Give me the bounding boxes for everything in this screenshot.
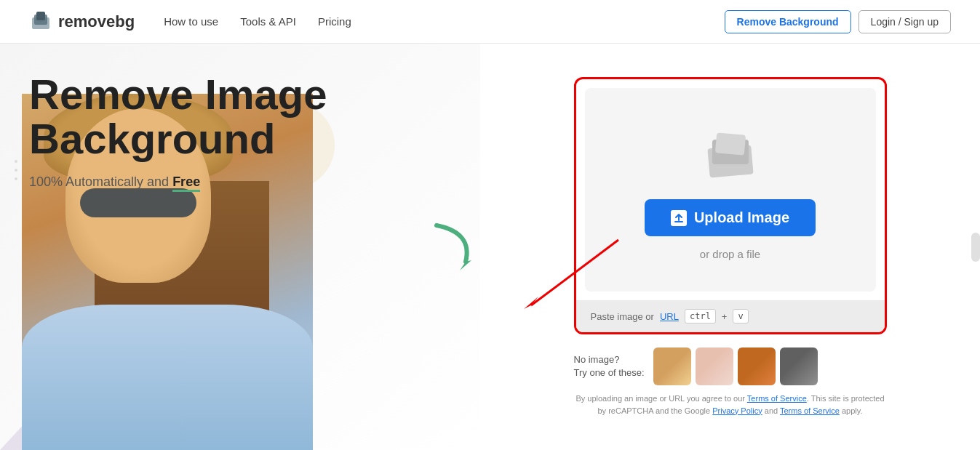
upload-dropzone[interactable]: Upload Image or drop a file bbox=[585, 88, 876, 292]
nav-link-tools-api[interactable]: Tools & API bbox=[240, 15, 296, 28]
scrollbar[interactable] bbox=[971, 233, 980, 262]
sample-thumb-1[interactable] bbox=[653, 347, 691, 385]
right-side: Upload Image or drop a file Paste image … bbox=[480, 44, 980, 450]
privacy-link[interactable]: Privacy Policy bbox=[712, 406, 762, 415]
paste-label: Paste image or bbox=[591, 311, 654, 322]
navbar-right: Remove Background Login / Sign up bbox=[725, 10, 951, 33]
hero-title-line1: Remove Image bbox=[29, 73, 327, 117]
kbd-v: v bbox=[733, 309, 748, 324]
nav-links: How to use Tools & API Pricing bbox=[164, 15, 351, 28]
logo-text: removebg bbox=[58, 12, 135, 31]
kbd-ctrl: ctrl bbox=[685, 309, 716, 324]
layers-icon bbox=[701, 134, 760, 177]
drop-file-label: or drop a file bbox=[700, 248, 760, 260]
tos2-link[interactable]: Terms of Service bbox=[780, 406, 840, 415]
navbar-left: removebg How to use Tools & API Pricing bbox=[29, 10, 351, 33]
kbd-plus: + bbox=[722, 311, 728, 322]
main-content: Remove Image Background 100% Automatical… bbox=[0, 44, 980, 450]
sample-thumb-4[interactable] bbox=[780, 347, 818, 385]
hero-text: Remove Image Background 100% Automatical… bbox=[29, 73, 327, 190]
login-signup-button[interactable]: Login / Sign up bbox=[859, 10, 951, 33]
url-link[interactable]: URL bbox=[660, 311, 679, 322]
remove-background-button[interactable]: Remove Background bbox=[725, 10, 851, 33]
logo-icon bbox=[29, 10, 52, 33]
sunglasses bbox=[80, 188, 196, 217]
hero-subtitle: 100% Automatically and Free bbox=[29, 174, 327, 190]
upload-footer: Paste image or URL ctrl + v bbox=[576, 300, 885, 332]
samples-row: No image? Try one of these: bbox=[574, 347, 887, 385]
svg-marker-3 bbox=[460, 260, 471, 270]
nav-link-pricing[interactable]: Pricing bbox=[318, 15, 351, 28]
nav-link-how-to-use[interactable]: How to use bbox=[164, 15, 218, 28]
samples-label: No image? Try one of these: bbox=[574, 353, 645, 379]
svg-rect-2 bbox=[36, 12, 45, 20]
sample-thumb-3[interactable] bbox=[738, 347, 776, 385]
upload-icon bbox=[671, 210, 687, 226]
body-shirt bbox=[22, 305, 313, 450]
legal-text: By uploading an image or URL you agree t… bbox=[574, 393, 887, 417]
upload-image-button[interactable]: Upload Image bbox=[645, 199, 816, 236]
green-arrow bbox=[429, 218, 480, 276]
left-side: Remove Image Background 100% Automatical… bbox=[0, 44, 480, 450]
upload-box: Upload Image or drop a file Paste image … bbox=[574, 77, 887, 334]
tos-link[interactable]: Terms of Service bbox=[747, 394, 807, 403]
sample-thumb-2[interactable] bbox=[696, 347, 733, 385]
logo[interactable]: removebg bbox=[29, 10, 135, 33]
sample-images bbox=[653, 347, 818, 385]
svg-marker-6 bbox=[524, 297, 538, 309]
navbar: removebg How to use Tools & API Pricing … bbox=[0, 0, 980, 44]
hero-title-line2: Background bbox=[29, 117, 327, 161]
